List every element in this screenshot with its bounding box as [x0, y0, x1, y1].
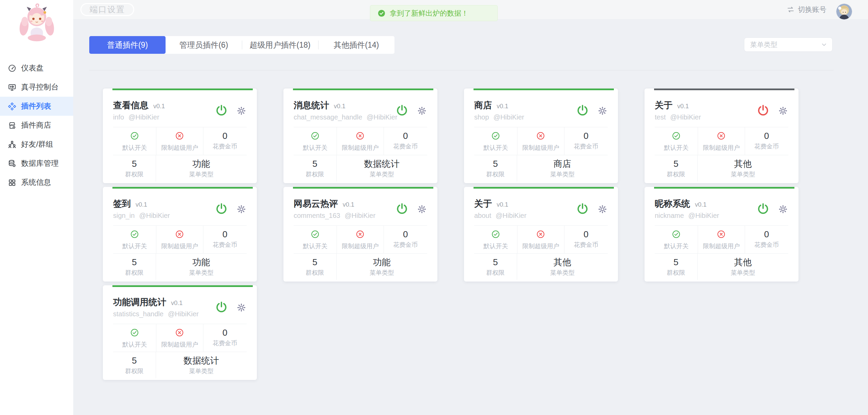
card-status-bar	[654, 187, 794, 189]
cost-gold-value: 0	[203, 328, 247, 337]
group-level-value: 5	[655, 258, 697, 267]
stat-label: 群权限	[113, 368, 156, 374]
x-circle-icon	[175, 328, 184, 337]
settings-gear-button[interactable]	[598, 205, 607, 214]
settings-gear-button[interactable]	[417, 205, 427, 214]
gear-icon	[598, 106, 607, 115]
x-circle-icon	[356, 131, 365, 140]
cost-gold-value: 0	[384, 230, 427, 239]
tab-label: 其他插件(14)	[334, 40, 379, 50]
menu-type-value: 其他	[698, 258, 788, 267]
stat-label: 群权限	[294, 270, 336, 276]
tab-normal-plugins[interactable]: 普通插件(9)	[89, 36, 166, 54]
sidebar-item-label: 插件列表	[21, 101, 51, 111]
section-divider	[89, 70, 834, 70]
plugin-title: 功能调用统计	[113, 297, 166, 307]
stat-default-switch: 默认开关	[113, 324, 156, 352]
check-circle-icon	[672, 131, 681, 140]
plugins-icon	[8, 102, 16, 111]
plugin-version: v0.1	[497, 199, 508, 210]
group-level-value: 5	[474, 159, 517, 168]
power-toggle-button[interactable]	[396, 203, 408, 215]
settings-gear-button[interactable]	[237, 205, 246, 214]
power-toggle-button[interactable]	[215, 104, 228, 116]
stat-cost-gold: 0 花费金币	[564, 226, 608, 253]
cost-gold-value: 0	[203, 230, 247, 239]
power-toggle-button[interactable]	[757, 104, 769, 116]
stat-default-switch: 默认开关	[294, 127, 337, 155]
stat-label: 花费金币	[564, 143, 608, 149]
stat-limit-superuser: 限制超级用户	[517, 127, 564, 155]
card-header: 查看信息 v0.1 info @HibiKier	[103, 89, 257, 121]
settings-gear-button[interactable]	[778, 205, 788, 214]
stat-default-switch: 默认开关	[294, 226, 337, 253]
power-toggle-button[interactable]	[215, 203, 228, 215]
tab-label: 管理员插件(6)	[179, 40, 228, 50]
system-icon	[8, 178, 16, 187]
plugin-card: 商店 v0.1 shop @HibiKier 默认开关	[464, 89, 618, 183]
settings-gear-button[interactable]	[417, 106, 427, 115]
menu-type-value: 其他	[517, 258, 608, 267]
tab-other-plugins[interactable]: 其他插件(14)	[318, 36, 394, 54]
settings-gear-button[interactable]	[778, 106, 788, 115]
stat-cost-gold: 0 花费金币	[203, 226, 247, 253]
tab-admin-plugins[interactable]: 管理员插件(6)	[166, 36, 242, 54]
power-toggle-button[interactable]	[576, 104, 589, 116]
port-settings-button[interactable]: 端口设置	[80, 3, 134, 16]
stat-label: 默认开关	[474, 243, 517, 249]
user-avatar[interactable]	[836, 4, 852, 19]
power-toggle-button[interactable]	[396, 104, 408, 116]
user-avatar-image	[836, 4, 852, 19]
sidebar-item-database[interactable]: 数据库管理	[0, 154, 73, 173]
stat-limit-superuser: 限制超级用户	[156, 127, 203, 155]
stat-label: 默认开关	[294, 243, 337, 249]
power-icon	[757, 104, 769, 116]
plugin-module: test	[655, 113, 666, 121]
power-icon	[396, 203, 408, 215]
plugin-module: chat_message_handle	[294, 113, 362, 121]
stat-cost-gold: 0 花费金币	[745, 127, 788, 155]
stat-label: 菜单类型	[337, 171, 427, 177]
power-toggle-button[interactable]	[757, 203, 769, 215]
plugin-module: comments_163	[294, 211, 340, 220]
group-level-value: 5	[474, 258, 517, 267]
sidebar-item-plugin-list[interactable]: 插件列表	[0, 97, 73, 116]
check-circle-icon	[672, 230, 681, 239]
gear-icon	[598, 205, 607, 214]
sidebar-item-friends-groups[interactable]: 好友/群组	[0, 135, 73, 154]
card-header: 网易云热评 v0.1 comments_163 @HibiKier	[283, 187, 437, 220]
success-check-icon	[378, 10, 385, 17]
menu-type-dropdown[interactable]: 菜单类型	[744, 37, 833, 52]
app-window: 端口设置 切换账号	[0, 0, 868, 415]
power-toggle-button[interactable]	[576, 203, 589, 215]
settings-gear-button[interactable]	[237, 303, 246, 312]
friends-icon	[8, 140, 16, 149]
shop-icon	[8, 121, 16, 130]
sidebar-item-system-info[interactable]: 系统信息	[0, 173, 73, 192]
stat-group-level: 5 群权限	[474, 155, 517, 181]
sidebar-item-plugin-shop[interactable]: 插件商店	[0, 116, 73, 135]
sidebar-item-console[interactable]: 真寻控制台	[0, 78, 73, 97]
switch-account-button[interactable]: 切换账号	[787, 0, 826, 19]
plugin-title: 网易云热评	[294, 198, 338, 209]
settings-gear-button[interactable]	[237, 106, 246, 115]
plugin-author: @HibiKier	[139, 211, 170, 220]
x-circle-icon	[717, 131, 726, 140]
plugin-title: 昵称系统	[655, 198, 690, 209]
sidebar-item-dashboard[interactable]: 仪表盘	[0, 59, 73, 78]
stat-menu-type: 其他 菜单类型	[698, 254, 788, 280]
tab-superuser-plugins[interactable]: 超级用户插件(18)	[242, 36, 318, 54]
power-icon	[757, 203, 769, 215]
stat-limit-superuser: 限制超级用户	[337, 127, 384, 155]
gear-icon	[778, 205, 788, 214]
settings-gear-button[interactable]	[598, 106, 607, 115]
stat-group-level: 5 群权限	[294, 155, 337, 181]
check-circle-icon	[130, 328, 139, 337]
x-circle-icon	[536, 230, 545, 239]
stat-menu-type: 其他 菜单类型	[698, 155, 788, 181]
database-icon	[8, 159, 16, 168]
stat-label: 限制超级用户	[156, 243, 203, 249]
power-toggle-button[interactable]	[215, 301, 228, 313]
sidebar-item-label: 仪表盘	[21, 63, 44, 73]
plugin-author: @HibiKier	[496, 211, 526, 220]
